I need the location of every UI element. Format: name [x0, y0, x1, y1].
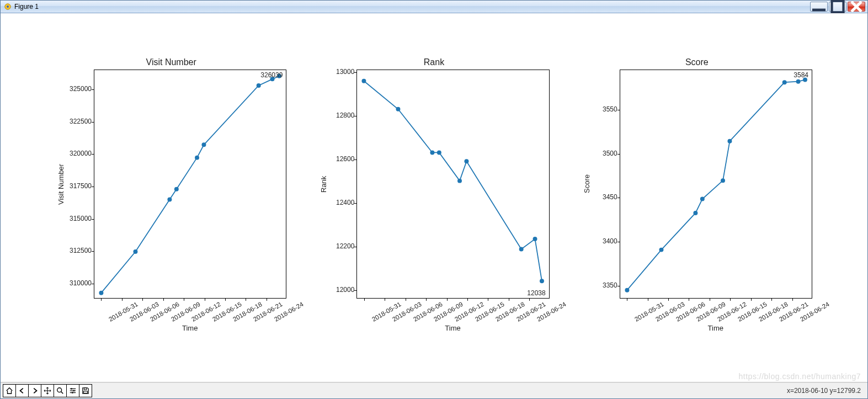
svg-point-20 [465, 159, 469, 163]
chart-visit-number: Visit NumberVisit Number3100003125003150… [56, 57, 286, 332]
configure-button[interactable] [66, 384, 79, 397]
svg-point-6 [99, 291, 103, 295]
y-ticks: 120001220012400126001280013000 [328, 70, 356, 299]
svg-point-16 [396, 107, 401, 111]
y-tick-label: 12600 [336, 155, 354, 163]
svg-point-30 [782, 80, 786, 84]
titlebar[interactable]: Figure 1 [1, 1, 867, 13]
svg-rect-42 [84, 391, 88, 393]
chart-annotation: 326039 [260, 71, 283, 79]
svg-point-8 [167, 197, 172, 201]
svg-point-26 [693, 211, 697, 215]
figure-canvas[interactable]: Visit NumberVisit Number3100003125003150… [1, 13, 867, 382]
maximize-button[interactable] [829, 2, 846, 12]
x-axis-label: Time [356, 324, 549, 332]
figure-window: Figure 1 Visit NumberVisit Number3100003… [0, 0, 868, 399]
y-ticks: 33503400345035003550 [591, 70, 620, 299]
y-tick-label: 312500 [70, 247, 92, 254]
svg-rect-40 [72, 392, 73, 393]
svg-point-23 [540, 279, 544, 283]
svg-point-27 [700, 196, 705, 201]
y-tick-label: 13000 [336, 68, 354, 76]
plot-area[interactable]: 326039 [94, 70, 286, 299]
y-tick-label: 3450 [603, 193, 617, 201]
y-tick-label: 12800 [336, 111, 354, 119]
y-tick-label: 12400 [336, 199, 354, 206]
window-controls [810, 2, 865, 12]
chart-title: Visit Number [56, 57, 286, 67]
y-tick-label: 315000 [70, 215, 92, 222]
svg-point-11 [201, 142, 206, 147]
chart-annotation: 12038 [527, 289, 545, 297]
svg-point-15 [362, 79, 366, 83]
plot-area[interactable]: 3584 [620, 70, 812, 299]
x-ticks: 2018-05-312018-06-032018-06-062018-06-09… [356, 299, 549, 325]
y-tick-label: 322500 [70, 118, 92, 125]
chart-title: Rank [318, 57, 549, 67]
y-tick-label: 317500 [70, 182, 92, 190]
watermark-text: https://blog.csdn.net/humanking7 [739, 372, 861, 381]
save-button[interactable] [79, 384, 92, 397]
svg-point-22 [533, 237, 537, 241]
chart-annotation: 3584 [794, 71, 808, 79]
y-tick-label: 3550 [603, 105, 617, 113]
y-tick-label: 325000 [70, 85, 92, 93]
svg-rect-38 [71, 388, 72, 389]
svg-point-31 [796, 79, 800, 84]
svg-point-9 [174, 187, 179, 191]
y-tick-label: 12000 [336, 286, 354, 294]
forward-button[interactable] [28, 384, 41, 397]
svg-point-12 [257, 83, 261, 88]
x-ticks: 2018-05-312018-06-032018-06-062018-06-09… [619, 299, 812, 325]
svg-point-10 [195, 156, 199, 160]
navigation-toolbar: x=2018-06-10 y=12799.2 [1, 382, 867, 398]
close-button[interactable] [848, 2, 865, 12]
chart-rank: RankRank12000122001240012600128001300012… [318, 57, 549, 332]
y-ticks: 3100003125003150003175003200003225003250… [65, 70, 94, 299]
coord-readout: x=2018-06-10 y=12799.2 [787, 387, 861, 395]
y-tick-label: 12200 [336, 242, 354, 250]
svg-point-28 [721, 178, 725, 183]
home-button[interactable] [3, 384, 16, 397]
y-axis-label: Visit Number [56, 70, 65, 299]
x-axis-label: Time [619, 324, 812, 332]
svg-point-21 [519, 247, 524, 252]
window-title: Figure 1 [14, 3, 39, 10]
svg-point-29 [727, 139, 732, 143]
y-tick-label: 310000 [70, 279, 92, 287]
x-ticks: 2018-05-312018-06-032018-06-062018-06-09… [93, 299, 286, 325]
svg-line-34 [61, 392, 63, 394]
svg-point-19 [457, 179, 462, 183]
x-axis-label: Time [93, 324, 286, 332]
minimize-button[interactable] [810, 2, 828, 12]
zoom-button[interactable] [54, 384, 67, 397]
pan-button[interactable] [41, 384, 54, 397]
app-icon [4, 3, 12, 10]
y-axis-label: Rank [318, 70, 328, 299]
svg-point-25 [659, 248, 663, 252]
back-button[interactable] [15, 384, 29, 397]
plot-area[interactable]: 12038 [356, 70, 549, 299]
y-tick-label: 3400 [603, 237, 617, 245]
svg-point-7 [133, 249, 137, 254]
y-tick-label: 320000 [70, 150, 92, 157]
chart-title: Score [582, 57, 812, 67]
svg-rect-39 [73, 390, 74, 391]
svg-point-1 [7, 6, 9, 8]
y-tick-label: 3350 [603, 281, 617, 289]
svg-point-18 [437, 150, 441, 155]
chart-score: ScoreScore3350340034503500355035842018-0… [582, 57, 812, 332]
svg-point-24 [625, 288, 629, 292]
svg-point-17 [430, 150, 435, 155]
y-axis-label: Score [582, 70, 591, 299]
svg-rect-3 [832, 1, 844, 13]
svg-point-33 [57, 388, 62, 392]
y-tick-label: 3500 [603, 150, 617, 157]
